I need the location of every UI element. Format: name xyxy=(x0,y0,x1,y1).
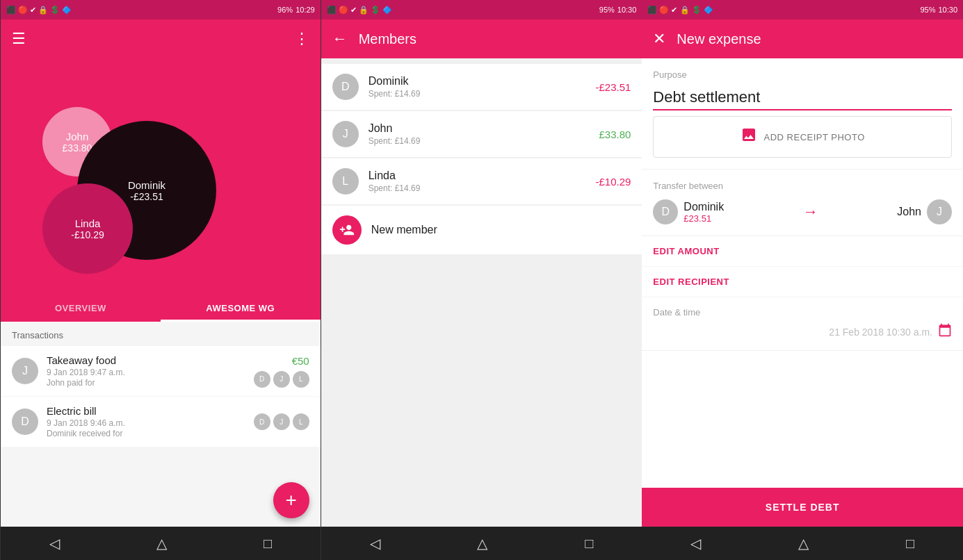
bottom-nav-3: ◁ △ □ xyxy=(642,527,963,560)
mini-avatar-j2: J xyxy=(273,413,290,430)
new-member-label: New member xyxy=(371,224,437,236)
member-balance-linda: -£10.29 xyxy=(595,176,631,188)
expense-body: Purpose ADD RECEIPT PHOTO Transfer betwe… xyxy=(642,58,963,527)
transfer-between-label: Transfer between xyxy=(653,181,952,191)
back-icon[interactable]: ← xyxy=(332,30,348,48)
back-nav-2[interactable]: ◁ xyxy=(370,535,380,552)
home-nav-2[interactable]: △ xyxy=(477,535,487,552)
member-info-john: John Spent: £14.69 xyxy=(369,122,590,146)
status-left-icons: ⬛ 🔴 ✔ 🔒 💲 🔷 xyxy=(6,6,72,15)
bottom-nav-1: ◁ △ □ xyxy=(1,527,321,560)
mini-avatar-j: J xyxy=(273,371,290,388)
recents-nav-1[interactable]: □ xyxy=(264,536,272,552)
settle-debt-button[interactable]: SETTLE DEBT xyxy=(642,488,963,527)
purpose-input[interactable] xyxy=(653,85,952,110)
member-balance-john: £33.80 xyxy=(599,129,631,140)
member-balance-dominik: -£23.51 xyxy=(595,81,631,93)
transfer-arrow-icon: → xyxy=(729,203,891,221)
panel-new-expense: ⬛ 🔴 ✔ 🔒 💲 🔷 95% 10:30 ✕ New expense Purp… xyxy=(642,0,963,560)
time-2: 10:30 xyxy=(617,6,637,14)
transaction-title-1: Takeaway food xyxy=(47,354,245,366)
fab-add-button[interactable]: + xyxy=(273,482,309,518)
panel-members: ⬛ 🔴 ✔ 🔒 💲 🔷 95% 10:30 ← Members D Domini… xyxy=(321,0,642,560)
bubble-chart: John £33.80 Dominik -£23.51 Linda -£10.2… xyxy=(1,58,321,295)
avatar-j: J xyxy=(12,358,38,384)
transactions-label: Transactions xyxy=(1,322,321,346)
member-item-john[interactable]: J John Spent: £14.69 £33.80 xyxy=(321,111,642,157)
status-left-icons-3: ⬛ 🔴 ✔ 🔒 💲 🔷 xyxy=(647,6,713,15)
mini-avatar-d: D xyxy=(254,371,270,388)
tab-awesomewg[interactable]: AWESOME WG xyxy=(161,295,321,322)
datetime-section: Date & time 21 Feb 2018 10:30 a.m. xyxy=(642,297,963,351)
participant-avatars-1: D J L xyxy=(254,371,309,388)
status-right-2: 95% 10:30 xyxy=(599,6,637,14)
more-icon[interactable]: ⋮ xyxy=(294,30,309,48)
table-row[interactable]: D Electric bill 9 Jan 2018 9:46 a.m. Dom… xyxy=(1,397,321,447)
member-spent-john: Spent: £14.69 xyxy=(369,136,590,146)
member-info-dominik: Dominik Spent: £14.69 xyxy=(369,75,586,99)
member-info-linda: Linda Spent: £14.69 xyxy=(369,170,586,193)
edit-amount-button[interactable]: EDIT AMOUNT xyxy=(642,236,963,267)
app-header-2: ← Members xyxy=(321,19,642,58)
home-nav-1[interactable]: △ xyxy=(156,535,167,552)
close-icon[interactable]: ✕ xyxy=(653,30,665,48)
transfer-row: D Dominik £23.51 → John J xyxy=(653,199,952,224)
back-nav-1[interactable]: ◁ xyxy=(49,535,60,552)
status-right-3: 95% 10:30 xyxy=(920,6,957,14)
transaction-date-2: 9 Jan 2018 9:46 a.m. xyxy=(47,418,245,428)
recents-nav-3[interactable]: □ xyxy=(906,536,914,552)
participant-avatars-2: D J L xyxy=(254,413,309,430)
member-name-john: John xyxy=(369,122,590,135)
member-item-linda[interactable]: L Linda Spent: £14.69 -£10.29 xyxy=(321,158,642,204)
receipt-label: ADD RECEIPT PHOTO xyxy=(764,132,865,142)
battery-percent-3: 95% xyxy=(920,6,935,14)
new-member-fab-icon xyxy=(332,215,362,245)
datetime-label: Date & time xyxy=(653,307,952,318)
receipt-photo-row[interactable]: ADD RECEIPT PHOTO xyxy=(653,116,952,158)
tab-overview[interactable]: OVERVIEW xyxy=(1,295,161,322)
to-person: John J xyxy=(897,199,952,224)
time-3: 10:30 xyxy=(938,6,957,14)
calendar-icon[interactable] xyxy=(938,323,952,340)
members-title: Members xyxy=(359,31,631,47)
transaction-amount-1: €50 xyxy=(292,355,309,367)
transactions-area: Transactions J Takeaway food 9 Jan 2018 … xyxy=(1,322,321,527)
datetime-value: 21 Feb 2018 10:30 a.m. xyxy=(829,327,932,338)
transaction-info-1: Takeaway food 9 Jan 2018 9:47 a.m. John … xyxy=(47,354,245,388)
new-member-item[interactable]: New member xyxy=(321,206,642,254)
recents-nav-2[interactable]: □ xyxy=(585,536,593,552)
avatar-john: J xyxy=(332,121,359,147)
table-row[interactable]: J Takeaway food 9 Jan 2018 9:47 a.m. Joh… xyxy=(1,346,321,396)
purpose-section: Purpose ADD RECEIPT PHOTO xyxy=(642,58,963,170)
mini-avatar-l: L xyxy=(293,371,309,388)
to-name: John xyxy=(897,206,921,218)
from-name: Dominik xyxy=(683,201,724,213)
new-expense-title: New expense xyxy=(677,31,952,47)
home-nav-3[interactable]: △ xyxy=(798,535,809,552)
member-item-dominik[interactable]: D Dominik Spent: £14.69 -£23.51 xyxy=(321,64,642,110)
member-spent-linda: Spent: £14.69 xyxy=(369,183,586,193)
member-spent-dominik: Spent: £14.69 xyxy=(369,89,586,99)
app-header-3: ✕ New expense xyxy=(642,19,963,58)
status-left-icons-2: ⬛ 🔴 ✔ 🔒 💲 🔷 xyxy=(327,6,392,15)
battery-percent-1: 96% xyxy=(277,6,293,14)
transaction-sub-2: Dominik received for xyxy=(47,429,245,438)
menu-icon[interactable]: ☰ xyxy=(12,30,26,48)
avatar-linda: L xyxy=(332,168,359,195)
battery-percent-2: 95% xyxy=(599,6,615,14)
from-person: Dominik £23.51 xyxy=(683,201,724,224)
avatar-d: D xyxy=(12,409,38,435)
app-header-1: ☰ ⋮ xyxy=(1,19,321,58)
status-right-1: 96% 10:29 xyxy=(277,6,315,14)
transaction-info-2: Electric bill 9 Jan 2018 9:46 a.m. Domin… xyxy=(47,405,245,438)
app-icons-3: ⬛ 🔴 ✔ 🔒 💲 🔷 xyxy=(647,6,713,15)
transaction-title-2: Electric bill xyxy=(47,405,245,417)
purpose-label: Purpose xyxy=(653,69,952,80)
back-nav-3[interactable]: ◁ xyxy=(690,535,701,552)
bubble-linda: Linda -£10.29 xyxy=(42,183,133,274)
tabs-row: OVERVIEW AWESOME WG xyxy=(1,295,321,322)
to-avatar: J xyxy=(927,199,952,224)
edit-recipient-button[interactable]: EDIT RECIPIENT xyxy=(642,267,963,297)
datetime-row: 21 Feb 2018 10:30 a.m. xyxy=(653,323,952,340)
time-1: 10:29 xyxy=(296,6,315,14)
